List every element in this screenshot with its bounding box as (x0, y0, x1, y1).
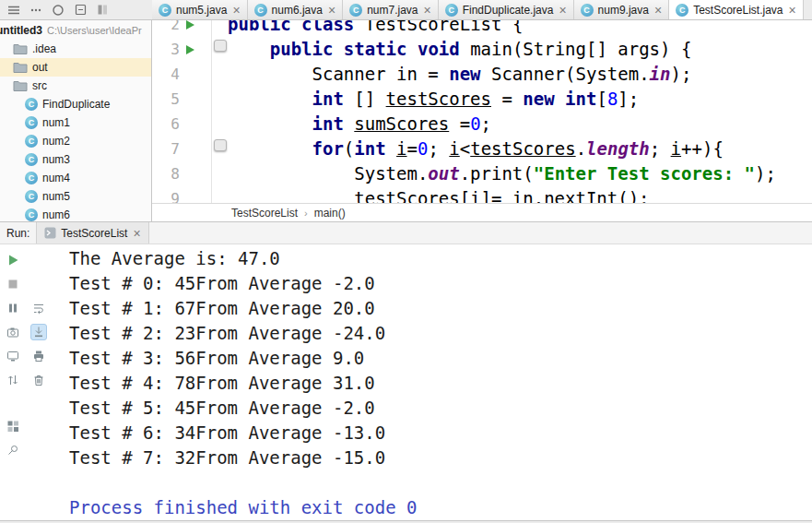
breadcrumb-method[interactable]: main() (314, 207, 346, 220)
console-line: Test # 6: 34From Average -13.0 (69, 421, 812, 446)
topbar: Cnum5.java×Cnum6.java×Cnum7.java×CFindDu… (0, 0, 812, 20)
soft-wrap-icon[interactable] (30, 300, 47, 316)
gutter-fold-slot (211, 112, 226, 137)
code-lines: 2public class TestScoreList {3 public st… (152, 20, 812, 203)
gutter-run-slot (180, 37, 211, 62)
tree-item-num4[interactable]: Cnum4 (0, 169, 151, 187)
stop-icon[interactable] (5, 276, 21, 292)
run-tab[interactable]: TestScoreList × (36, 222, 148, 244)
line-number[interactable]: 8 (152, 161, 180, 186)
hamburger-menu-icon[interactable] (7, 5, 20, 16)
code-text: Scanner in = new Scanner(System.in); (226, 62, 691, 87)
main-area: untitled3 C:\Users\user\IdeaPr .ideaouts… (0, 20, 812, 221)
gutter-run-slot (180, 161, 211, 186)
tab-close-icon[interactable]: × (328, 4, 335, 17)
line-number[interactable]: 4 (152, 62, 180, 87)
editor-column: 2public class TestScoreList {3 public st… (152, 20, 812, 221)
folder-icon (13, 61, 28, 74)
scroll-to-end-icon[interactable] (30, 324, 47, 340)
code-text: System.out.print("Enter Test scores: "); (226, 161, 776, 186)
breadcrumb-class[interactable]: TestScoreList (231, 207, 298, 220)
gutter-fold-slot (211, 62, 226, 87)
pause-output-icon[interactable] (5, 300, 21, 316)
tree-item-src[interactable]: src (0, 77, 151, 95)
console-line: Test # 1: 67From Average 20.0 (69, 296, 812, 321)
editor-tab-num9-java[interactable]: Cnum9.java× (574, 0, 670, 19)
more-dots-icon[interactable] (30, 5, 41, 16)
class-icon: C (349, 4, 362, 17)
toolwindow-grid-icon[interactable] (5, 418, 21, 434)
box-icon-2[interactable] (97, 4, 109, 16)
code-line: 4 Scanner in = new Scanner(System.in); (152, 62, 812, 87)
console-line: Process finished with exit code 0 (69, 495, 812, 520)
console-icon (44, 227, 56, 239)
line-number[interactable]: 9 (152, 186, 180, 203)
gutter-run-slot (180, 186, 211, 203)
editor-tab-num7-java[interactable]: Cnum7.java× (343, 0, 439, 19)
snapshot-icon[interactable] (5, 324, 21, 340)
line-number[interactable]: 5 (152, 87, 180, 112)
class-icon: C (581, 4, 594, 17)
tree-item-num6[interactable]: Cnum6 (0, 206, 151, 221)
tree-item-label: src (32, 79, 47, 92)
code-text: int sumScores =0; (226, 112, 491, 137)
console-line: Test # 4: 78From Average 31.0 (69, 371, 812, 396)
tree-item-num2[interactable]: Cnum2 (0, 132, 151, 150)
tab-close-icon[interactable]: × (424, 4, 431, 17)
tab-close-icon[interactable]: × (232, 4, 240, 17)
console-line: Test # 7: 32From Average -15.0 (69, 446, 812, 470)
run-header: Run: TestScoreList × (0, 222, 812, 244)
code-line: 3 public static void main(String[] args)… (152, 37, 812, 62)
tree-item-findduplicate[interactable]: CFindDuplicate (0, 95, 151, 113)
tab-label: TestScoreList.java (693, 4, 783, 17)
tree-item-num1[interactable]: Cnum1 (0, 113, 151, 132)
code-line: 2public class TestScoreList { (152, 20, 812, 37)
tree-item-label: .idea (32, 42, 56, 55)
run-tab-close-icon[interactable]: × (133, 227, 140, 240)
gutter-run-slot (180, 112, 211, 137)
line-number[interactable]: 6 (152, 112, 180, 137)
tree-item-label: out (32, 61, 48, 74)
tree-item-num5[interactable]: Cnum5 (0, 187, 151, 206)
editor-tab-findduplicate-java[interactable]: CFindDuplicate.java× (439, 0, 574, 19)
sort-icon[interactable] (5, 372, 21, 388)
class-icon: C (25, 98, 38, 111)
code-text: testScores[i]= in.nextInt(); (226, 186, 650, 203)
code-text: for(int i=0; i<testScores.length; i++){ (226, 137, 724, 161)
tab-label: num7.java (367, 4, 418, 17)
code-line: 5 int [] testScores = new int[8]; (152, 87, 812, 112)
gutter-fold-slot (211, 161, 226, 186)
line-number[interactable]: 3 (152, 37, 180, 62)
editor[interactable]: 2public class TestScoreList {3 public st… (152, 20, 812, 203)
clear-console-icon[interactable] (30, 372, 47, 388)
console-output[interactable]: The Average is: 47.0Test # 0: 45From Ave… (52, 244, 812, 520)
console-line: The Average is: 47.0 (69, 246, 812, 271)
project-root-name: untitled3 (0, 24, 42, 37)
rerun-icon[interactable] (5, 252, 21, 268)
class-icon: C (25, 153, 38, 166)
tree-item-num3[interactable]: Cnum3 (0, 150, 151, 169)
project-root[interactable]: untitled3 C:\Users\user\IdeaPr (0, 20, 151, 40)
tree-item-idea[interactable]: .idea (0, 40, 151, 58)
tab-label: num9.java (598, 4, 649, 17)
project-tree: .ideaoutsrcCFindDuplicateCnum1Cnum2Cnum3… (0, 40, 151, 221)
line-number[interactable]: 7 (152, 137, 180, 161)
tree-item-label: FindDuplicate (42, 98, 110, 111)
fold-marker[interactable] (214, 139, 227, 151)
pin-icon[interactable] (5, 442, 21, 458)
editor-tab-num5-java[interactable]: Cnum5.java× (152, 0, 248, 19)
tree-item-out[interactable]: out (0, 58, 151, 77)
line-number[interactable]: 2 (152, 20, 180, 37)
monitor-icon[interactable] (5, 348, 21, 364)
run-arrow-icon[interactable] (184, 20, 195, 30)
tab-close-icon[interactable]: × (789, 4, 796, 17)
circle-icon[interactable] (52, 4, 65, 17)
tab-close-icon[interactable]: × (559, 4, 566, 17)
box-icon-1[interactable] (75, 4, 87, 16)
editor-tab-testscorelist-java[interactable]: CTestScoreList.java× (669, 0, 804, 19)
editor-tab-num6-java[interactable]: Cnum6.java× (248, 0, 344, 19)
print-icon[interactable] (30, 348, 47, 364)
fold-marker[interactable] (214, 40, 227, 52)
tab-close-icon[interactable]: × (654, 4, 662, 17)
run-arrow-icon[interactable] (184, 44, 195, 55)
